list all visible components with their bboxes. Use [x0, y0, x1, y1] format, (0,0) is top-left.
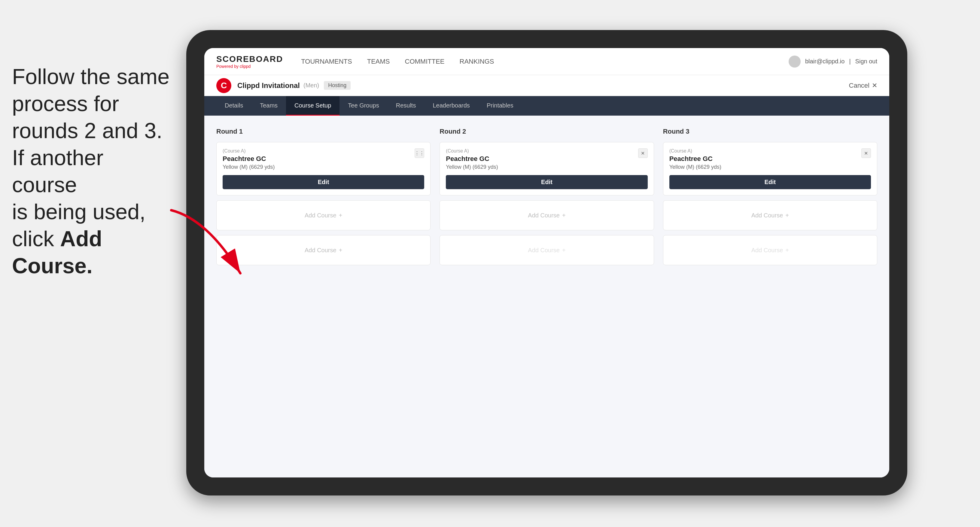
round-1-course-card: (Course A) Peachtree GC Yellow (M) (6629…	[216, 142, 431, 195]
course-info: (Course A) Peachtree GC Yellow (M) (6629…	[223, 148, 275, 175]
logo-sub: Powered by clippd	[216, 64, 283, 69]
nav-committee[interactable]: COMMITTEE	[405, 58, 445, 65]
course-name-r3: Peachtree GC	[669, 155, 721, 163]
tab-teams[interactable]: Teams	[251, 96, 286, 116]
course-details: Yellow (M) (6629 yds)	[223, 164, 275, 170]
add-course-text-r3: Add Course +	[751, 212, 789, 219]
plus-icon-r3-2: +	[785, 247, 789, 254]
tab-results[interactable]: Results	[388, 96, 425, 116]
round-3-header: Round 3	[663, 128, 877, 135]
tab-tee-groups[interactable]: Tee Groups	[339, 96, 387, 116]
course-tag: (Course A)	[223, 148, 275, 154]
tournament-name: Clippd Invitational	[237, 81, 300, 90]
add-course-card-round2-2: Add Course +	[439, 235, 654, 265]
course-info-r3: (Course A) Peachtree GC Yellow (M) (6629…	[669, 148, 721, 175]
add-course-card-round1-2[interactable]: Add Course +	[216, 235, 431, 265]
tournament-bar: C Clippd Invitational (Men) Hosting Canc…	[204, 75, 889, 96]
tablet-device: SCOREBOARD Powered by clippd TOURNAMENTS…	[186, 30, 907, 495]
edit-button-round2[interactable]: Edit	[446, 175, 648, 189]
tab-course-setup[interactable]: Course Setup	[286, 96, 339, 116]
instruction-panel: Follow the same process for rounds 2 and…	[0, 54, 186, 288]
course-details-r2: Yellow (M) (6629 yds)	[446, 164, 498, 170]
delete-icon-r2[interactable]: ✕	[638, 148, 648, 158]
card-actions-r2: ✕	[638, 148, 648, 158]
close-icon: ✕	[872, 82, 877, 89]
tournament-type: (Men)	[304, 82, 319, 89]
tab-leaderboards[interactable]: Leaderboards	[424, 96, 478, 116]
course-name-r2: Peachtree GC	[446, 155, 498, 163]
round-2-column: Round 2 (Course A) Peachtree GC Yellow (…	[439, 128, 654, 265]
course-name: Peachtree GC	[223, 155, 275, 163]
instruction-text: Follow the same process for rounds 2 and…	[12, 65, 169, 278]
nav-teams[interactable]: TEAMS	[367, 58, 390, 65]
tab-printables[interactable]: Printables	[478, 96, 522, 116]
card-header: (Course A) Peachtree GC Yellow (M) (6629…	[223, 148, 424, 175]
move-icon[interactable]: ⋮⋮	[415, 148, 424, 158]
logo-scoreboard: SCOREBOARD	[216, 54, 283, 64]
course-info-r2: (Course A) Peachtree GC Yellow (M) (6629…	[446, 148, 498, 175]
top-nav: SCOREBOARD Powered by clippd TOURNAMENTS…	[204, 48, 889, 75]
add-course-card-round2-1[interactable]: Add Course +	[439, 200, 654, 230]
round-2-course-card: (Course A) Peachtree GC Yellow (M) (6629…	[439, 142, 654, 195]
add-course-text-r3-2: Add Course +	[751, 247, 789, 254]
edit-button-round3[interactable]: Edit	[669, 175, 871, 189]
plus-icon-r2: +	[562, 212, 566, 219]
plus-icon-r2-2: +	[562, 247, 566, 254]
hosting-badge: Hosting	[324, 81, 351, 90]
plus-icon: +	[339, 212, 342, 219]
nav-rankings[interactable]: RANKINGS	[460, 58, 494, 65]
user-avatar	[789, 56, 801, 68]
round-3-column: Round 3 (Course A) Peachtree GC Yellow (…	[663, 128, 877, 265]
add-course-text-2: Add Course +	[305, 247, 342, 254]
nav-links: TOURNAMENTS TEAMS COMMITTEE RANKINGS	[301, 58, 789, 65]
plus-icon-r3: +	[785, 212, 789, 219]
course-tag-r3: (Course A)	[669, 148, 721, 154]
tablet-screen: SCOREBOARD Powered by clippd TOURNAMENTS…	[204, 48, 889, 478]
user-email: blair@clippd.io	[805, 58, 845, 65]
course-details-r3: Yellow (M) (6629 yds)	[669, 164, 721, 170]
add-course-text: Add Course +	[305, 212, 342, 219]
plus-icon-2: +	[339, 247, 342, 254]
sign-out-link[interactable]: Sign out	[855, 58, 877, 65]
logo-area: SCOREBOARD Powered by clippd	[216, 54, 283, 69]
card-actions: ⋮⋮	[415, 148, 424, 158]
add-course-card-round3-2: Add Course +	[663, 235, 877, 265]
tournament-logo: C	[216, 78, 231, 93]
add-course-card-round3-1[interactable]: Add Course +	[663, 200, 877, 230]
edit-button-round1[interactable]: Edit	[223, 175, 424, 189]
round-1-header: Round 1	[216, 128, 431, 135]
main-content: Round 1 (Course A) Peachtree GC Yellow (…	[204, 116, 889, 478]
round-1-column: Round 1 (Course A) Peachtree GC Yellow (…	[216, 128, 431, 265]
rounds-grid: Round 1 (Course A) Peachtree GC Yellow (…	[216, 128, 877, 265]
tab-bar: Details Teams Course Setup Tee Groups Re…	[204, 96, 889, 116]
user-area: blair@clippd.io | Sign out	[789, 56, 877, 68]
round-3-course-card: (Course A) Peachtree GC Yellow (M) (6629…	[663, 142, 877, 195]
add-course-card-round1-1[interactable]: Add Course +	[216, 200, 431, 230]
card-header-r2: (Course A) Peachtree GC Yellow (M) (6629…	[446, 148, 648, 175]
course-tag-r2: (Course A)	[446, 148, 498, 154]
cancel-button[interactable]: Cancel ✕	[849, 82, 877, 89]
delete-icon-r3[interactable]: ✕	[861, 148, 871, 158]
round-2-header: Round 2	[439, 128, 654, 135]
card-header-r3: (Course A) Peachtree GC Yellow (M) (6629…	[669, 148, 871, 175]
card-actions-r3: ✕	[861, 148, 871, 158]
tab-details[interactable]: Details	[216, 96, 251, 116]
add-course-text-r2: Add Course +	[528, 212, 565, 219]
nav-tournaments[interactable]: TOURNAMENTS	[301, 58, 352, 65]
nav-separator: |	[849, 58, 851, 65]
add-course-text-r2-2: Add Course +	[528, 247, 565, 254]
